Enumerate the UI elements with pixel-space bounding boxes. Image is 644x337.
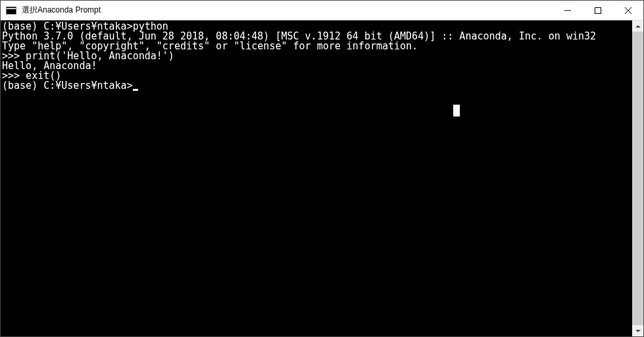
terminal-line: Hello, Anaconda! — [2, 61, 631, 71]
scroll-down-button[interactable] — [632, 325, 643, 336]
text-cursor — [133, 89, 138, 91]
svg-rect-1 — [595, 7, 601, 13]
scrollbar-track[interactable] — [632, 32, 643, 325]
scroll-up-button[interactable] — [632, 20, 643, 32]
svg-marker-4 — [635, 25, 641, 28]
titlebar[interactable]: 選択Anaconda Prompt — [1, 1, 643, 20]
close-button[interactable] — [613, 1, 643, 20]
scrollbar-thumb[interactable] — [632, 32, 643, 325]
selection-cursor — [453, 105, 460, 117]
window-controls — [553, 1, 643, 20]
window-title: 選択Anaconda Prompt — [22, 5, 553, 16]
terminal-icon — [6, 7, 16, 14]
maximize-button[interactable] — [583, 1, 613, 20]
svg-marker-5 — [635, 330, 641, 332]
terminal-line: (base) C:¥Users¥ntaka> — [2, 81, 631, 91]
minimize-button[interactable] — [553, 1, 583, 20]
app-window: 選択Anaconda Prompt (base) C:¥Users¥ntaka>… — [0, 0, 644, 337]
terminal-output[interactable]: (base) C:¥Users¥ntaka>pythonPython 3.7.0… — [1, 20, 632, 336]
vertical-scrollbar[interactable] — [632, 20, 643, 336]
content-area: (base) C:¥Users¥ntaka>pythonPython 3.7.0… — [1, 20, 643, 336]
